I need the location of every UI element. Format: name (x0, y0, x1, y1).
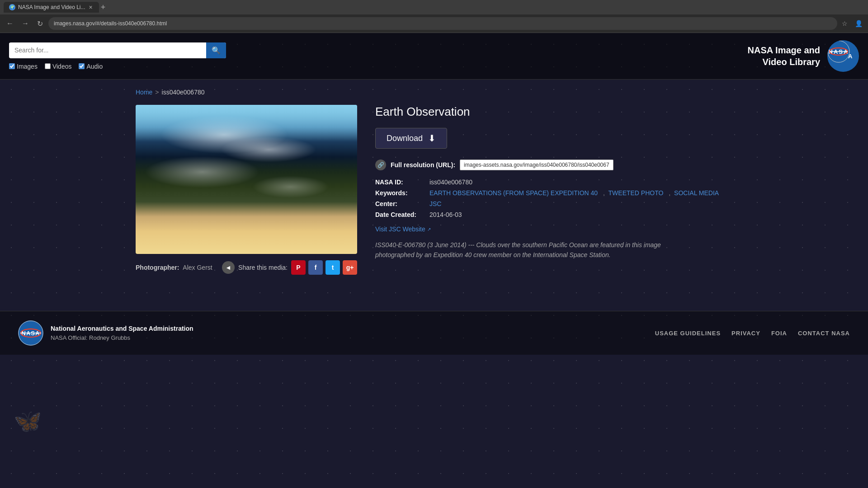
footer-nasa-logo: NASA (18, 320, 43, 346)
browser-actions: ☆ 👤 (840, 19, 864, 28)
forward-button[interactable]: → (19, 18, 32, 29)
share-label: Share this media: (238, 264, 288, 271)
url-link-icon: 🔗 (375, 160, 386, 170)
keyword-2-link[interactable]: TWEETED PHOTO (609, 189, 664, 197)
photographer-info: Photographer: Alex Gerst (136, 264, 212, 271)
bookmark-icon[interactable]: ☆ (840, 19, 849, 28)
page-wrapper: 🔍 Images Videos Audio NASA (0, 33, 868, 488)
googleplus-button[interactable]: g+ (343, 260, 357, 275)
nasa-meatball-logo: NASA NASA (827, 40, 859, 72)
description-text: ISS040-E-006780 (3 June 2014) --- Clouds… (375, 240, 674, 260)
browser-tab-active[interactable]: 🌍 NASA Image and Video Li... × (4, 2, 99, 13)
tab-close-button[interactable]: × (88, 4, 94, 11)
browser-tabs: 🌍 NASA Image and Video Li... × + (0, 0, 868, 14)
metadata-table: NASA ID: iss040e006780 Keywords: EARTH O… (375, 178, 732, 218)
search-bar: 🔍 (9, 42, 226, 58)
filter-videos-checkbox[interactable]: Videos (45, 63, 72, 70)
center-row: Center: JSC (375, 200, 732, 207)
main-image-container[interactable] (136, 105, 357, 254)
main-layout: Photographer: Alex Gerst ◄ Share this me… (136, 105, 732, 275)
butterfly-watermark: 🦋 (14, 408, 42, 434)
image-meta: Photographer: Alex Gerst ◄ Share this me… (136, 260, 357, 275)
footer-usage-link[interactable]: USAGE GUIDELINES (655, 330, 721, 337)
site-footer: NASA National Aeronautics and Space Admi… (0, 311, 868, 355)
profile-icon[interactable]: 👤 (853, 19, 864, 28)
url-label: Full resolution (URL): (391, 161, 455, 169)
pinterest-button[interactable]: P (291, 260, 306, 275)
filter-images-checkbox[interactable]: Images (9, 63, 38, 70)
facebook-button[interactable]: f (308, 260, 323, 275)
detail-title: Earth Observation (375, 105, 732, 119)
breadcrumb-current: iss040e006780 (162, 89, 205, 96)
twitter-button[interactable]: t (326, 260, 340, 275)
detail-section: Earth Observation Download ⬇ 🔗 Full reso… (375, 105, 732, 260)
search-icon: 🔍 (212, 47, 221, 54)
center-link[interactable]: JSC (429, 200, 441, 207)
download-label: Download (387, 134, 423, 143)
browser-bar: ← → ↻ images.nasa.gov/#/details-iss040e0… (0, 14, 868, 33)
search-button[interactable]: 🔍 (206, 42, 226, 58)
footer-contact-link[interactable]: CONTACT NASA (798, 330, 850, 337)
keywords-row: Keywords: EARTH OBSERVATIONS (FROM SPACE… (375, 189, 732, 197)
keyword-3-link[interactable]: SOCIAL MEDIA (674, 189, 719, 197)
external-link-icon: ↗ (427, 227, 431, 232)
back-button[interactable]: ← (4, 18, 16, 29)
footer-org-name: National Aeronautics and Space Administr… (51, 324, 193, 333)
url-row: 🔗 Full resolution (URL): (375, 160, 732, 170)
tab-favicon: 🌍 (9, 4, 15, 10)
share-arrow-icon: ◄ (222, 261, 235, 274)
address-bar[interactable]: images.nasa.gov/#/details-iss040e006780.… (48, 17, 837, 30)
earth-observation-image (136, 105, 357, 254)
breadcrumb: Home > iss040e006780 (136, 89, 732, 96)
tab-title: NASA Image and Video Li... (18, 4, 85, 10)
footer-org-info: National Aeronautics and Space Administr… (51, 324, 193, 343)
footer-logo-section: NASA National Aeronautics and Space Admi… (18, 320, 193, 346)
visit-jsc-link[interactable]: Visit JSC Website ↗ (375, 225, 431, 233)
address-text: images.nasa.gov/#/details-iss040e006780.… (54, 20, 167, 27)
footer-nasa-svg: NASA (18, 320, 43, 346)
breadcrumb-separator: > (155, 89, 159, 96)
footer-foia-link[interactable]: FOIA (771, 330, 787, 337)
date-row: Date Created: 2014-06-03 (375, 211, 732, 218)
download-button[interactable]: Download ⬇ (375, 128, 447, 149)
content-area: Home > iss040e006780 Photographer: Alex … (118, 80, 750, 284)
footer-links: USAGE GUIDELINES PRIVACY FOIA CONTACT NA… (655, 330, 850, 337)
site-header: 🔍 Images Videos Audio NASA (0, 33, 868, 80)
filter-audio-checkbox[interactable]: Audio (79, 63, 103, 70)
footer-official: NASA Official: Rodney Grubbs (51, 333, 193, 343)
download-icon: ⬇ (428, 133, 436, 144)
image-section: Photographer: Alex Gerst ◄ Share this me… (136, 105, 357, 275)
browser-chrome: 🌍 NASA Image and Video Li... × + ← → ↻ i… (0, 0, 868, 33)
share-section: ◄ Share this media: P f t g+ (222, 260, 357, 275)
refresh-button[interactable]: ↻ (34, 18, 46, 30)
url-input[interactable] (460, 160, 613, 170)
nasa-id-row: NASA ID: iss040e006780 (375, 178, 732, 186)
breadcrumb-home-link[interactable]: Home (136, 89, 152, 96)
search-input[interactable] (9, 43, 206, 57)
header-search-area: 🔍 Images Videos Audio (9, 42, 226, 70)
filter-checkboxes: Images Videos Audio (9, 63, 226, 70)
footer-privacy-link[interactable]: PRIVACY (731, 330, 760, 337)
header-logo-text: NASA Image and Video Library (748, 44, 820, 68)
social-buttons: P f t g+ (291, 260, 357, 275)
keyword-1-link[interactable]: EARTH OBSERVATIONS (FROM SPACE) EXPEDITI… (429, 189, 598, 197)
nasa-logo-svg: NASA (827, 40, 850, 63)
header-logo: NASA Image and Video Library NASA NASA (748, 40, 859, 72)
new-tab-button[interactable]: + (101, 3, 106, 12)
